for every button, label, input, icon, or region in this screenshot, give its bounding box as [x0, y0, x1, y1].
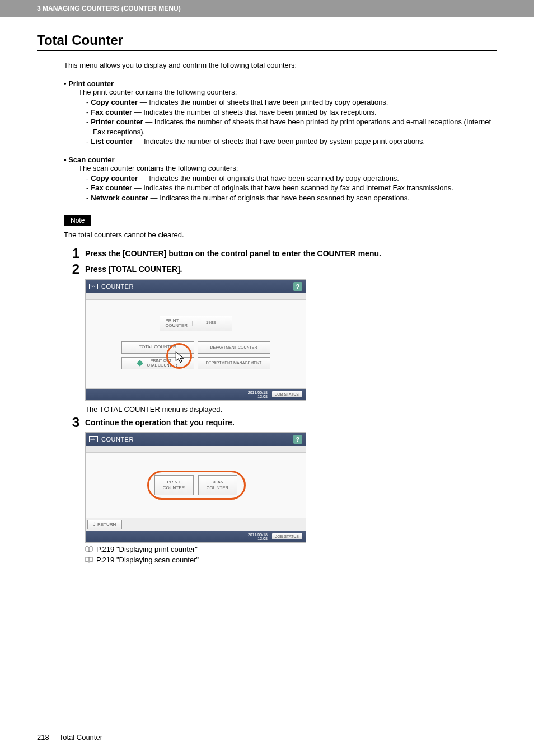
ss1-statusbar: 2011/05/18 12:08 JOB STATUS: [86, 389, 306, 400]
section-header: 3 MANAGING COUNTERS (COUNTER MENU): [0, 0, 534, 17]
job-status-button[interactable]: JOB STATUS: [272, 391, 302, 397]
print-counter-button[interactable]: PRINT COUNTER: [154, 475, 194, 495]
step-1-num: 1: [64, 247, 85, 260]
scan-counter-section: Scan counter The scan counter contains t…: [71, 156, 497, 203]
total-counter-screenshot: COUNTER ? PRINT COUNTER SCAN COUNTER ⤴ R…: [85, 432, 306, 543]
step-1: 1 Press the [COUNTER] button on the cont…: [64, 247, 497, 260]
help-icon[interactable]: ?: [293, 435, 302, 444]
counter-icon: [89, 436, 98, 442]
counter-icon: [89, 284, 98, 289]
step-3-num: 3: [64, 416, 85, 429]
ss2-subbar: [86, 446, 306, 453]
scan-sub-fax: -Fax counter — Indicates the number of o…: [86, 183, 497, 193]
ref-scan-counter: P.219 "Displaying scan counter": [85, 556, 497, 564]
note-label: Note: [64, 215, 91, 226]
ss1-subbar: [86, 293, 306, 300]
intro-text: This menu allows you to display and conf…: [64, 61, 497, 69]
return-button[interactable]: ⤴ RETURN: [87, 520, 122, 529]
print-counter-section: Print counter The print counter contains…: [71, 79, 497, 147]
ss2-datetime: 2011/05/18 12:08: [248, 533, 268, 541]
book-icon: [85, 546, 93, 552]
print-sub-list: -List counter — Indicates the number of …: [86, 137, 497, 147]
department-management-button[interactable]: DEPARTMENT MANAGEMENT: [198, 357, 270, 369]
diamond-icon: [137, 360, 143, 366]
scan-counter-desc: The scan counter contains the following …: [78, 164, 497, 172]
print-sub-copy: -Copy counter — Indicates the number of …: [86, 97, 497, 107]
step-2: 2 Press [TOTAL COUNTER]. COUNTER ? PR: [64, 262, 497, 413]
return-arrow-icon: ⤴: [93, 522, 96, 527]
step-2-title: Press [TOTAL COUNTER].: [85, 262, 497, 274]
step-2-after: The TOTAL COUNTER menu is displayed.: [85, 405, 497, 414]
scan-counter-heading: Scan counter: [71, 156, 497, 164]
counter-menu-screenshot: COUNTER ? PRINT COUNTER 1988 TOTAL COUNT…: [85, 279, 306, 401]
ref-print-counter: P.219 "Displaying print counter": [85, 545, 497, 553]
job-status-button[interactable]: JOB STATUS: [272, 533, 302, 539]
department-counter-button[interactable]: DEPARTMENT COUNTER: [198, 341, 270, 354]
step-3: 3 Continue the operation that you requir…: [64, 416, 497, 564]
ss1-datetime: 2011/05/18 12:08: [248, 391, 268, 398]
ss2-title: COUNTER: [101, 436, 134, 443]
step-1-title: Press the [COUNTER] button on the contro…: [85, 247, 497, 259]
print-sub-printer: -Printer counter — Indicates the number …: [86, 117, 497, 137]
print-counter-heading: Print counter: [71, 79, 497, 88]
scan-counter-button[interactable]: SCAN COUNTER: [198, 475, 237, 495]
step-3-title: Continue the operation that you require.: [85, 416, 497, 428]
note-text: The total counters cannot be cleared.: [64, 231, 497, 239]
book-icon: [85, 557, 93, 563]
print-counter-display: PRINT COUNTER 1988: [160, 316, 232, 331]
ss2-statusbar: 2011/05/18 12:08 JOB STATUS: [86, 531, 306, 542]
cursor-icon: [175, 351, 185, 364]
print-sub-fax: -Fax counter — Indicates the number of s…: [86, 107, 497, 118]
ss2-titlebar: COUNTER ?: [86, 433, 306, 446]
step-2-num: 2: [64, 262, 85, 276]
scan-sub-network: -Network counter — Indicates the number …: [86, 193, 497, 203]
page-title: Total Counter: [37, 32, 497, 51]
help-icon[interactable]: ?: [293, 282, 302, 291]
scan-sub-copy: -Copy counter — Indicates the number of …: [86, 173, 497, 184]
ss1-titlebar: COUNTER ?: [86, 280, 306, 293]
print-counter-desc: The print counter contains the following…: [78, 88, 497, 96]
ss2-footer: ⤴ RETURN: [86, 518, 306, 531]
ss1-title: COUNTER: [101, 283, 134, 290]
